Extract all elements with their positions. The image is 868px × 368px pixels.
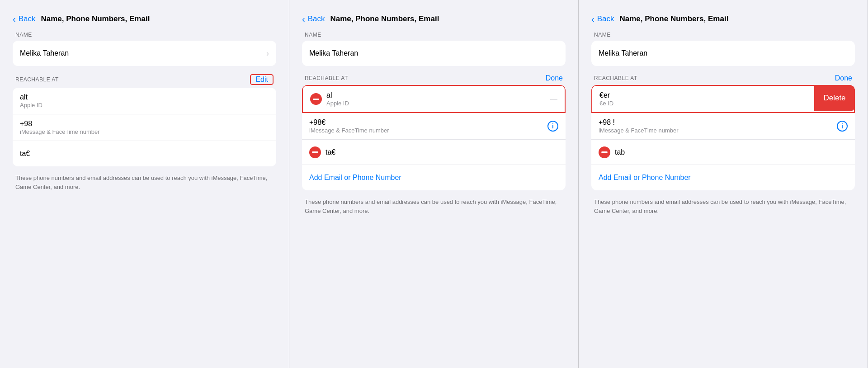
reachable-primary-3-3: tab bbox=[615, 148, 848, 156]
row-dash-2-1: — bbox=[550, 95, 557, 103]
reachable-label-1: REACHABLE AT bbox=[15, 76, 59, 83]
reachable-secondary-1-2: iMessage & FaceTime number bbox=[20, 128, 269, 135]
info-icon-2-2[interactable]: i bbox=[547, 121, 558, 132]
reachable-header-1: REACHABLE AT Edit bbox=[13, 74, 276, 85]
reachable-secondary-1-1: Apple ID bbox=[20, 102, 269, 109]
done-button-3[interactable]: Done bbox=[835, 74, 852, 82]
reachable-row-1-2: +98 iMessage & FaceTime number bbox=[13, 114, 276, 141]
reachable-row-1-1: alt Apple ID bbox=[13, 88, 276, 114]
name-row-2[interactable]: Melika Taheran bbox=[302, 41, 566, 66]
name-value-container-1: Melika Taheran bbox=[20, 49, 263, 57]
reachable-row-1-3: ta€ bbox=[13, 141, 276, 166]
reachable-card-1: alt Apple ID +98 iMessage & FaceTime num… bbox=[13, 88, 276, 166]
name-section-1: NAME Melika Taheran › bbox=[13, 32, 276, 66]
reachable-card-2: al Apple ID — +98€ iMessage & FaceTime n… bbox=[302, 85, 566, 190]
add-email-phone-link-3[interactable]: Add Email or Phone Number bbox=[599, 174, 691, 182]
footer-text-2: These phone numbers and email addresses … bbox=[302, 198, 566, 215]
name-value-container-3: Melika Taheran bbox=[599, 49, 848, 57]
name-section-header-1: NAME bbox=[13, 32, 276, 38]
name-chevron-icon-1: › bbox=[266, 49, 269, 58]
reachable-row-2-1: al Apple ID — bbox=[302, 85, 566, 113]
panel-3: ‹ Back Name, Phone Numbers, Email NAME M… bbox=[579, 0, 868, 368]
reachable-row-main-3-3: tab bbox=[615, 148, 848, 156]
edit-button-1[interactable]: Edit bbox=[250, 74, 274, 85]
back-chevron-icon-1[interactable]: ‹ bbox=[13, 14, 16, 24]
reachable-secondary-3-1: €e ID bbox=[599, 100, 809, 107]
back-nav-1: ‹ Back Name, Phone Numbers, Email bbox=[13, 14, 276, 24]
reachable-row-3-3: tab bbox=[591, 140, 855, 165]
name-row-3[interactable]: Melika Taheran bbox=[591, 41, 855, 66]
reachable-row-2-2: +98€ iMessage & FaceTime number i bbox=[302, 113, 566, 140]
name-section-header-2: NAME bbox=[302, 32, 566, 38]
reachable-row-main-3-2: +98 ! iMessage & FaceTime number bbox=[599, 118, 833, 134]
page-title-2: Name, Phone Numbers, Email bbox=[330, 14, 439, 24]
name-value-1: Melika Taheran bbox=[20, 49, 263, 57]
name-label-3: NAME bbox=[594, 32, 611, 38]
reachable-label-3: REACHABLE AT bbox=[594, 75, 637, 81]
name-row-1[interactable]: Melika Taheran › bbox=[13, 41, 276, 66]
reachable-row-3-1: €er €e ID Delete bbox=[591, 85, 855, 113]
back-label-3[interactable]: Back bbox=[597, 14, 614, 24]
name-section-header-3: NAME bbox=[591, 32, 855, 38]
reachable-row-main-1-3: ta€ bbox=[20, 150, 269, 158]
reachable-secondary-2-2: iMessage & FaceTime number bbox=[309, 127, 544, 134]
name-value-3: Melika Taheran bbox=[599, 49, 848, 57]
info-icon-3-2[interactable]: i bbox=[837, 121, 848, 132]
reachable-section-1: REACHABLE AT Edit alt Apple ID +98 iMess… bbox=[13, 74, 276, 166]
reachable-secondary-3-2: iMessage & FaceTime number bbox=[599, 127, 833, 134]
minus-button-2-3[interactable] bbox=[309, 146, 321, 158]
name-section-2: NAME Melika Taheran bbox=[302, 32, 566, 66]
add-link-row-2[interactable]: Add Email or Phone Number bbox=[302, 165, 566, 190]
reachable-primary-1-1: alt bbox=[20, 93, 269, 101]
reachable-primary-2-1: al bbox=[326, 91, 547, 99]
name-value-container-2: Melika Taheran bbox=[309, 49, 558, 57]
reachable-primary-1-2: +98 bbox=[20, 120, 269, 128]
back-label-2[interactable]: Back bbox=[308, 14, 325, 24]
page-title-1: Name, Phone Numbers, Email bbox=[41, 14, 150, 24]
reachable-row-2-3: ta€ bbox=[302, 140, 566, 165]
reachable-primary-3-1: €er bbox=[599, 91, 809, 99]
reachable-header-3: REACHABLE AT Done bbox=[591, 74, 855, 82]
minus-button-3-3[interactable] bbox=[599, 146, 610, 158]
name-label-1: NAME bbox=[15, 32, 32, 38]
done-button-2[interactable]: Done bbox=[546, 74, 563, 82]
reachable-row-main-2-1: al Apple ID bbox=[326, 91, 547, 107]
reachable-primary-1-3: ta€ bbox=[20, 150, 269, 158]
page-title-3: Name, Phone Numbers, Email bbox=[619, 14, 728, 24]
name-card-1: Melika Taheran › bbox=[13, 41, 276, 66]
add-link-row-3[interactable]: Add Email or Phone Number bbox=[591, 165, 855, 190]
reachable-card-3: €er €e ID Delete +98 ! iMessage & FaceTi… bbox=[591, 85, 855, 190]
name-label-2: NAME bbox=[305, 32, 321, 38]
reachable-row-3-2: +98 ! iMessage & FaceTime number i bbox=[591, 113, 855, 140]
reachable-row-main-3-1: €er €e ID bbox=[599, 91, 809, 107]
back-label-1[interactable]: Back bbox=[19, 14, 36, 24]
footer-text-3: These phone numbers and email addresses … bbox=[591, 198, 855, 215]
reachable-primary-3-2: +98 ! bbox=[599, 118, 833, 127]
panel-2: ‹ Back Name, Phone Numbers, Email NAME M… bbox=[289, 0, 579, 368]
back-chevron-icon-3[interactable]: ‹ bbox=[591, 14, 594, 24]
reachable-secondary-2-1: Apple ID bbox=[326, 100, 547, 107]
back-chevron-icon-2[interactable]: ‹ bbox=[302, 14, 305, 24]
reachable-section-2: REACHABLE AT Done al Apple ID — +98€ iMe… bbox=[302, 74, 566, 190]
reachable-primary-2-2: +98€ bbox=[309, 118, 544, 127]
name-section-3: NAME Melika Taheran bbox=[591, 32, 855, 66]
reachable-section-3: REACHABLE AT Done €er €e ID Delete +98 !… bbox=[591, 74, 855, 190]
reachable-row-main-1-1: alt Apple ID bbox=[20, 93, 269, 109]
add-email-phone-link-2[interactable]: Add Email or Phone Number bbox=[309, 174, 401, 182]
name-value-2: Melika Taheran bbox=[309, 49, 558, 57]
back-nav-3: ‹ Back Name, Phone Numbers, Email bbox=[591, 14, 855, 24]
reachable-primary-2-3: ta€ bbox=[326, 148, 558, 156]
reachable-label-2: REACHABLE AT bbox=[305, 75, 348, 81]
name-card-3: Melika Taheran bbox=[591, 41, 855, 66]
delete-button-3[interactable]: Delete bbox=[814, 85, 855, 111]
reachable-row-main-1-2: +98 iMessage & FaceTime number bbox=[20, 120, 269, 135]
name-card-2: Melika Taheran bbox=[302, 41, 566, 66]
reachable-row-main-2-3: ta€ bbox=[326, 148, 558, 156]
reachable-row-main-2-2: +98€ iMessage & FaceTime number bbox=[309, 118, 544, 134]
minus-button-2-1[interactable] bbox=[310, 93, 322, 105]
reachable-header-2: REACHABLE AT Done bbox=[302, 74, 566, 82]
footer-text-1: These phone numbers and email addresses … bbox=[13, 174, 276, 191]
panel-1: ‹ Back Name, Phone Numbers, Email NAME M… bbox=[0, 0, 289, 368]
back-nav-2: ‹ Back Name, Phone Numbers, Email bbox=[302, 14, 566, 24]
